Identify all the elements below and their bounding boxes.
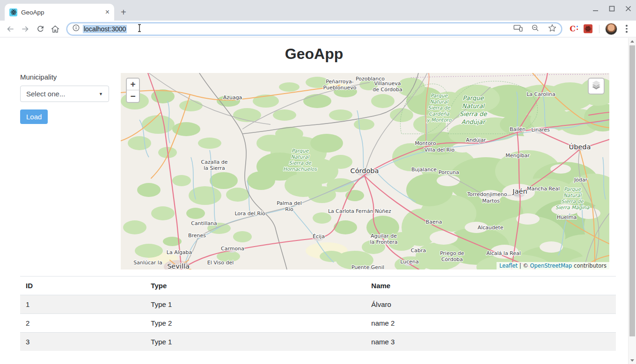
map-label: Alcaudete (477, 225, 503, 231)
map-label: Torredonjimeno (467, 191, 507, 197)
zoom-out-button[interactable]: − (127, 90, 139, 102)
map-label: Córdoba (351, 167, 379, 175)
map-label: Peñarroya-Pueblonuevo (323, 79, 357, 91)
map-label: Andújar (466, 137, 486, 143)
address-bar[interactable]: localhost:3000 (66, 22, 562, 36)
map-label: Lucena (400, 259, 418, 265)
table-cell: Type 1 (145, 295, 366, 314)
map-label: Úbeda (569, 143, 591, 151)
forward-button[interactable] (19, 22, 32, 36)
map-label: Bujalance (411, 167, 437, 173)
table-cell: 1 (20, 295, 145, 314)
table-cell: 3 (20, 333, 145, 351)
extension-c-icon[interactable]: C (570, 24, 578, 33)
map-label: Mengíbar (505, 153, 530, 159)
table-header-cell: Name (366, 277, 616, 295)
table-row: 2Type 2name 2 (20, 314, 616, 333)
browser-tab[interactable]: GeoApp × (5, 4, 114, 21)
url-text[interactable]: localhost:3000 (83, 25, 127, 33)
map-label: Villanuevade Córdoba (373, 80, 402, 93)
layers-icon (590, 79, 602, 93)
home-button[interactable] (49, 22, 62, 36)
browser-window: GeoApp × + localhost:3000 (0, 0, 636, 364)
map-label: Villa del Río (424, 147, 455, 153)
map-label: Bailén (510, 126, 526, 132)
map-label: Carmona (221, 246, 244, 252)
scrollbar-thumb[interactable] (629, 45, 635, 336)
load-button[interactable]: Load (20, 109, 48, 124)
page-scrollbar[interactable] (628, 38, 636, 364)
map-label: El Viso del (207, 260, 234, 266)
leaflet-link[interactable]: Leaflet (499, 262, 518, 269)
table-header-cell: Type (145, 277, 366, 295)
table-cell: Type 1 (145, 333, 366, 351)
map-label: Azuaga (223, 95, 242, 101)
bookmark-star-icon[interactable] (548, 24, 556, 34)
toolbar-divider (599, 25, 599, 33)
web-page: GeoApp Municipality Select one... ▼ Load (0, 38, 628, 364)
map-label: Puente Genil (351, 264, 384, 269)
map-label: Lora del Río (234, 211, 265, 217)
attribution-suffix: contributors (572, 262, 607, 269)
map-label: La Carlota (328, 208, 354, 214)
page-title: GeoApp (0, 45, 628, 63)
map-label: Jódar (574, 177, 588, 183)
osm-link[interactable]: OpenStreetMap (530, 262, 572, 269)
table-header-row: IDTypeName (20, 277, 616, 295)
map-label: Linares (531, 127, 550, 133)
back-button[interactable] (4, 22, 17, 36)
leaflet-map[interactable]: AzuagaPeñarroya-PueblonuevoPozoblancoVil… (121, 73, 609, 269)
map-label: La Carolina (526, 91, 556, 97)
tab-title: GeoApp (21, 9, 102, 16)
tab-strip: GeoApp × + (0, 0, 636, 21)
map-label: Sanlúcar la (133, 260, 162, 266)
map-svg: AzuagaPeñarroya-PueblonuevoPozoblancoVil… (121, 73, 609, 269)
attribution-separator: | © (518, 262, 530, 269)
map-label: Huelma (557, 214, 577, 220)
map-attribution: Leaflet | © OpenStreetMap contributors (497, 262, 609, 269)
close-button[interactable] (625, 6, 631, 12)
map-label: Mancha Real (527, 186, 560, 192)
profile-avatar[interactable] (605, 23, 617, 35)
map-label: Cazalla dela Sierra (201, 159, 227, 171)
map-label: Porcuna (439, 169, 459, 175)
table-header-cell: ID (20, 277, 145, 295)
select-arrow-icon: ▼ (99, 92, 103, 96)
table-cell: name 3 (366, 333, 616, 351)
map-label: Cantillana (191, 220, 217, 226)
municipality-form: Municipality Select one... ▼ Load (20, 73, 121, 269)
municipality-label: Municipality (20, 73, 121, 81)
select-value: Select one... (26, 90, 65, 98)
table-cell: Type 2 (145, 314, 366, 333)
map-label: Sevilla (167, 262, 190, 269)
map-label: La Algaba (167, 249, 192, 255)
scrollbar-down-arrow[interactable] (629, 357, 636, 364)
maximize-button[interactable] (609, 6, 615, 12)
browser-toolbar: localhost:3000 C (0, 21, 636, 37)
zoom-out-icon[interactable] (531, 24, 540, 34)
map-label: Fernán Núñez (356, 208, 391, 214)
text-cursor-icon (137, 24, 142, 34)
scrollbar-up-arrow[interactable] (629, 38, 636, 45)
table-cell: Álvaro (366, 295, 616, 314)
new-tab-button[interactable]: + (121, 7, 126, 17)
results-table: IDTypeName 1Type 1Álvaro2Type 2name 23Ty… (20, 276, 616, 351)
minimize-button[interactable] (592, 6, 599, 12)
tab-close-icon[interactable]: × (105, 8, 110, 16)
extension-react-icon[interactable] (584, 24, 592, 33)
zoom-in-button[interactable]: + (127, 79, 139, 90)
map-label: Martos (482, 198, 500, 204)
table-cell: 2 (20, 314, 145, 333)
page-info-icon[interactable] (72, 24, 80, 34)
map-label: Baena (426, 219, 442, 225)
map-label: Aguilar dela Frontera (370, 233, 397, 245)
map-label: Écija (313, 233, 325, 240)
reload-button[interactable] (34, 22, 47, 36)
table-cell: name 2 (366, 314, 616, 333)
map-layers-control[interactable] (588, 78, 605, 95)
map-label: Cabra (411, 248, 426, 254)
browser-menu-icon[interactable] (621, 25, 632, 33)
map-label: Jaén (512, 188, 527, 195)
municipality-select[interactable]: Select one... ▼ (20, 86, 109, 102)
send-to-devices-icon[interactable] (513, 24, 523, 34)
